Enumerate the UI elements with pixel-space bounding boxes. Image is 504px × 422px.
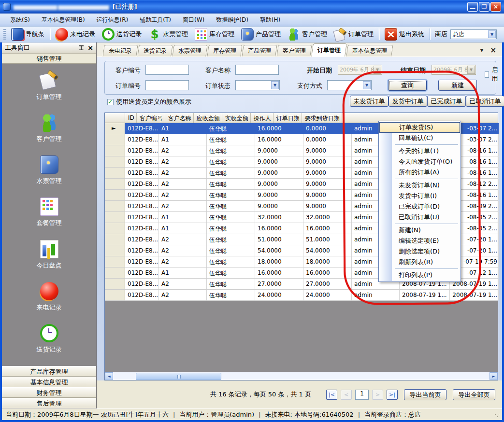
pin-icon[interactable] (79, 45, 84, 51)
status-filter-button[interactable]: 已取消订单 (466, 96, 504, 107)
order-no-input[interactable] (145, 80, 189, 90)
context-menu-item[interactable]: 所有的订单(A) (379, 167, 460, 178)
sidebar-group-sales[interactable]: 销售管理 (2, 54, 96, 64)
sidebar-item[interactable]: 套餐管理 (2, 197, 96, 239)
menu-item[interactable]: 系统(S) (5, 14, 35, 26)
menu-item[interactable]: 运行信息(R) (91, 14, 134, 26)
toolbar-item[interactable]: 客户管理 (284, 27, 331, 42)
menu-item[interactable]: 窗口(W) (177, 14, 210, 26)
maximize-button[interactable]: ❐ (479, 2, 490, 12)
column-header[interactable]: 客户编号 (137, 113, 165, 123)
enable-date-filter-checkbox[interactable]: 启用 (485, 66, 500, 83)
resize-grip[interactable] (494, 414, 499, 419)
context-menu-item[interactable]: 发货中订单(I) (379, 191, 460, 201)
close-icon[interactable]: × (87, 45, 93, 50)
chevron-down-icon[interactable]: ▼ (374, 66, 381, 74)
prev-page-button[interactable]: < (341, 390, 352, 400)
chevron-down-icon[interactable]: ▼ (363, 81, 371, 89)
context-menu-item[interactable]: 新建(N) (379, 225, 460, 236)
status-filter-button[interactable]: 未发货订单 (350, 96, 389, 107)
menu-item[interactable]: 辅助工具(T) (134, 14, 176, 26)
context-menu-item[interactable]: 回单确认(C) (379, 133, 460, 143)
toolbar-item[interactable]: 库存管理 (191, 27, 238, 42)
toolbar-item-navigator[interactable]: 导航条 (8, 27, 48, 42)
status-filter-button[interactable]: 已完成订单 (427, 96, 466, 107)
horizontal-scrollbar[interactable]: ◄ ► (105, 372, 498, 380)
sidebar-group-button[interactable]: 财务管理 (2, 387, 96, 398)
scroll-right-icon[interactable]: ► (490, 372, 498, 380)
chevron-down-icon[interactable]: ▼ (271, 81, 279, 89)
customer-name-input[interactable] (235, 65, 279, 75)
first-page-button[interactable]: |< (326, 390, 337, 400)
context-menu-item[interactable]: 删除选定项(D) (379, 246, 460, 257)
export-all-pages-button[interactable]: 导出全部页 (453, 389, 495, 400)
minimize-button[interactable]: — (467, 2, 478, 12)
toolbar-item-exit[interactable]: 退出系统 (381, 27, 428, 42)
checkbox-checked-icon[interactable] (107, 99, 114, 105)
toolbar-item[interactable]: 产品管理 (238, 27, 284, 42)
context-menu-item[interactable]: 未发货订单(N) (379, 180, 460, 191)
sidebar-item[interactable]: 水票管理 (2, 155, 96, 197)
start-date-picker[interactable]: 2009年 6月 8日▼ (338, 65, 382, 75)
tab[interactable]: 产品管理 (242, 45, 277, 56)
context-menu-item[interactable]: 今天的订单(T) (379, 146, 460, 156)
column-header[interactable]: 应收金额 (194, 113, 222, 123)
tab[interactable]: 来电记录 (102, 45, 138, 56)
tab[interactable]: 送货记录 (137, 45, 173, 56)
chevron-down-icon[interactable]: ▼ (467, 66, 475, 74)
context-menu-item[interactable]: 订单发货(S) (379, 122, 460, 133)
column-header[interactable]: 订单日期 (274, 113, 302, 123)
checkbox-icon[interactable] (485, 71, 489, 78)
tab-list-chevron-icon[interactable]: ▼ (480, 48, 484, 53)
close-button[interactable]: × (490, 2, 501, 12)
scroll-left-icon[interactable]: ◄ (105, 372, 113, 380)
last-page-button[interactable]: >| (387, 390, 398, 400)
export-current-page-button[interactable]: 导出当前页 (404, 389, 446, 400)
tab[interactable]: 订单管理 (311, 43, 347, 56)
query-button[interactable]: 查询 (388, 80, 427, 91)
column-header[interactable]: 要求到货日期 (302, 113, 342, 123)
toolbar-item[interactable]: 送货记录 (99, 27, 145, 42)
pay-method-select[interactable]: ▼ (327, 80, 372, 90)
column-header[interactable]: 操作人 (251, 113, 274, 123)
table-row[interactable]: 012D-E8... A2 伍华聪 24.0000 24.0000 admin … (105, 290, 498, 301)
sidebar-item[interactable]: 来电记录 (2, 282, 96, 324)
column-header[interactable]: 客户名称 (165, 113, 194, 123)
toolbar-item[interactable]: 订单管理 (331, 27, 377, 42)
column-header[interactable]: ID (125, 113, 137, 123)
sidebar-item[interactable]: 送货记录 (2, 324, 96, 366)
driver-color-checkbox[interactable]: 使用送货员定义的颜色展示 (107, 98, 191, 106)
tab[interactable]: 客户管理 (276, 45, 312, 56)
sidebar-group-button[interactable]: 售后管理 (2, 398, 96, 408)
menu-item[interactable]: 数据维护(D) (211, 14, 254, 26)
menu-item[interactable]: 帮助(H) (255, 14, 286, 26)
page-number-input[interactable]: 1 (355, 390, 369, 400)
next-page-button[interactable]: > (372, 390, 383, 400)
context-menu-item[interactable]: 今天的发货订单(O) (379, 156, 460, 167)
sidebar-group-button[interactable]: 产品库存管理 (2, 366, 96, 377)
new-button[interactable]: 新建 (438, 80, 477, 91)
context-menu-item[interactable]: 刷新列表(R) (379, 257, 460, 267)
sidebar-group-button[interactable]: 基本信息管理 (2, 377, 96, 387)
tab-close-icon[interactable]: × (490, 48, 496, 53)
context-menu-item[interactable]: 已取消订单(U) (379, 212, 460, 223)
customer-no-input[interactable] (145, 65, 189, 75)
status-filter-button[interactable]: 发货中订单 (389, 96, 427, 107)
toolbar-item[interactable]: 来电记录 (52, 27, 99, 42)
sidebar-item[interactable]: 订单管理 (2, 71, 96, 113)
scrollbar-thumb[interactable] (136, 373, 221, 380)
toolbar-item[interactable]: 水票管理 (145, 27, 191, 42)
chevron-down-icon[interactable]: ▼ (488, 30, 496, 38)
tab[interactable]: 库存管理 (207, 45, 242, 56)
context-menu-item[interactable]: 打印列表(P) (379, 270, 460, 281)
menu-item[interactable]: 基本信息管理(B) (36, 14, 90, 26)
column-header[interactable]: 实收金额 (222, 113, 251, 123)
end-date-picker[interactable]: 2009年 6月 8日▼ (432, 65, 476, 75)
sidebar-item[interactable]: 客户管理 (2, 113, 96, 155)
context-menu-item[interactable]: 编辑选定项(E) (379, 236, 460, 246)
order-status-select[interactable]: ▼ (235, 80, 280, 90)
tab[interactable]: 基本信息管理 (346, 45, 393, 56)
shop-select[interactable]: 总店 ▼ (450, 29, 497, 39)
tab[interactable]: 水票管理 (172, 45, 207, 56)
context-menu-item[interactable]: 已完成订单(D) (379, 201, 460, 212)
